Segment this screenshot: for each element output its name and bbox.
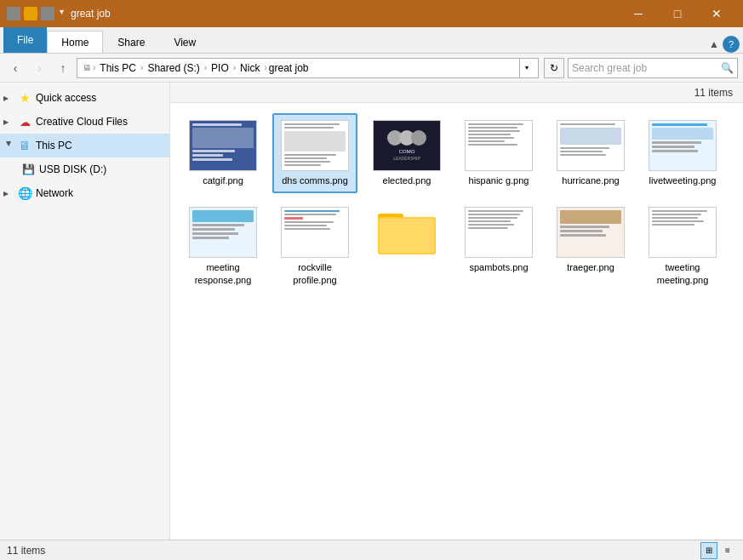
file-thumbnail-hispanicg: [465, 120, 533, 171]
sidebar-item-usb-disk[interactable]: 💾 USB DISK (D:): [0, 157, 169, 181]
file-item-hispanicg[interactable]: hispanic g.png: [456, 113, 541, 193]
file-item-traeger[interactable]: traeger.png: [548, 200, 633, 293]
file-item-elected[interactable]: COMO LEADERSHIP elected.png: [364, 113, 449, 193]
maximize-button[interactable]: □: [658, 0, 697, 27]
file-thumbnail-traeger: [557, 207, 625, 258]
forward-button[interactable]: ›: [29, 58, 49, 78]
breadcrumb-nick[interactable]: Nick: [237, 61, 262, 75]
file-name-meetingresponse: meeting response.png: [187, 261, 259, 286]
window-title: great job: [71, 8, 619, 20]
folder-item[interactable]: [364, 200, 449, 293]
sidebar-item-network[interactable]: ▶ 🌐 Network: [0, 181, 169, 205]
search-input[interactable]: [572, 62, 721, 74]
expand-arrow-network: ▶: [3, 190, 14, 197]
cloud-icon: ☁: [17, 114, 32, 129]
file-thumbnail-spambots: [465, 207, 533, 258]
file-thumbnail-livetweeting: [649, 120, 717, 171]
breadcrumb-pio[interactable]: PIO: [209, 61, 231, 75]
help-button[interactable]: ?: [723, 36, 740, 53]
folder-svg-icon: [376, 205, 437, 256]
sidebar-label-creative-cloud: Creative Cloud Files: [36, 116, 128, 128]
file-item-tweetingmeeting[interactable]: tweeting meeting.png: [640, 200, 725, 293]
star-icon: ★: [17, 90, 32, 106]
sep5: ›: [264, 63, 266, 72]
minimize-button[interactable]: ─: [619, 0, 658, 27]
file-name-traeger: traeger.png: [567, 261, 614, 273]
item-count-header: 11 items: [694, 87, 733, 99]
file-name-spambots: spambots.png: [469, 261, 528, 273]
file-thumbnail-catgif: [189, 120, 257, 171]
sidebar-label-quick-access: Quick access: [36, 92, 96, 104]
file-item-livetweeting[interactable]: livetweeting.png: [640, 113, 725, 193]
expand-arrow-this-pc: ▶: [5, 140, 13, 151]
search-box: 🔍: [568, 58, 738, 78]
sidebar: ▶ ★ Quick access ▶ ☁ Creative Cloud File…: [0, 83, 170, 540]
file-thumbnail-dhscomms: [281, 120, 349, 171]
view-buttons: ⊞ ≡: [700, 542, 736, 559]
sidebar-label-usb: USB DISK (D:): [39, 163, 106, 175]
sidebar-item-creative-cloud[interactable]: ▶ ☁ Creative Cloud Files: [0, 110, 169, 134]
file-item-rockvilleprofile[interactable]: rockville profile.png: [272, 200, 357, 293]
close-button[interactable]: ✕: [697, 0, 736, 27]
title-bar: ▾ great job ─ □ ✕: [0, 0, 743, 27]
files-grid: catgif.png dhs comms.png: [170, 103, 743, 303]
file-item-meetingresponse[interactable]: meeting response.png: [180, 200, 266, 293]
ribbon-collapse-button[interactable]: ▲: [706, 36, 723, 53]
sidebar-label-network: Network: [36, 187, 73, 199]
file-name-hurricane: hurricane.png: [562, 174, 619, 186]
file-item-dhscomms[interactable]: dhs comms.png: [272, 113, 357, 193]
file-item-hurricane[interactable]: hurricane.png: [548, 113, 633, 193]
file-thumbnail-elected: COMO LEADERSHIP: [373, 120, 441, 171]
breadcrumb-thispc[interactable]: This PC: [97, 61, 139, 75]
address-path: 🖥 › This PC › Shared (S:) › PIO › Nick ›…: [77, 58, 539, 78]
folder-icon: [24, 7, 37, 20]
sidebar-item-this-pc[interactable]: ▶ 🖥 This PC: [0, 134, 169, 157]
tab-share[interactable]: Share: [103, 31, 159, 53]
dropdown-arrow-title: ▾: [60, 7, 64, 20]
address-bar: ‹ › ↑ 🖥 › This PC › Shared (S:) › PIO › …: [0, 54, 743, 83]
view-large-icons-button[interactable]: ⊞: [700, 542, 717, 559]
file-thumbnail-hurricane: [557, 120, 625, 171]
status-item-count: 11 items: [7, 545, 45, 557]
svg-rect-3: [380, 219, 434, 253]
title-bar-app-icons: ▾: [7, 7, 64, 20]
refresh-button[interactable]: ↻: [544, 58, 564, 78]
content-info-bar: 11 items: [170, 83, 743, 103]
file-name-elected: elected.png: [383, 174, 432, 186]
sidebar-item-quick-access[interactable]: ▶ ★ Quick access: [0, 86, 169, 110]
main-layout: ▶ ★ Quick access ▶ ☁ Creative Cloud File…: [0, 83, 743, 540]
status-bar: 11 items ⊞ ≡: [0, 540, 743, 560]
file-name-catgif: catgif.png: [203, 174, 243, 186]
sep3: ›: [204, 63, 207, 72]
address-dropdown-button[interactable]: ▾: [519, 58, 533, 78]
file-name-rockvilleprofile: rockville profile.png: [279, 261, 351, 286]
tab-home[interactable]: Home: [47, 31, 103, 53]
usb-icon: 💾: [20, 162, 36, 177]
content-area: 11 items catgif.png: [170, 83, 743, 540]
file-thumbnail-meetingresponse: [189, 207, 257, 258]
sep2: ›: [140, 63, 143, 72]
breadcrumb-current: great job: [269, 62, 309, 74]
breadcrumb-icon: 🖥: [83, 63, 91, 72]
file-name-hispanicg: hispanic g.png: [469, 174, 529, 186]
sidebar-label-this-pc: This PC: [36, 140, 72, 151]
tab-file[interactable]: File: [3, 27, 47, 53]
file-thumbnail-tweetingmeeting: [649, 207, 717, 258]
back-button[interactable]: ‹: [5, 58, 26, 78]
file-name-livetweeting: livetweeting.png: [649, 174, 717, 186]
up-button[interactable]: ↑: [53, 58, 73, 78]
file-item-spambots[interactable]: spambots.png: [456, 200, 541, 293]
ribbon: File Home Share View ▲ ?: [0, 27, 743, 54]
app-icon-3: [41, 7, 54, 20]
view-details-button[interactable]: ≡: [719, 542, 736, 559]
sep4: ›: [233, 63, 236, 72]
tab-view[interactable]: View: [159, 31, 210, 53]
ribbon-tabs: File Home Share View ▲ ?: [0, 27, 743, 53]
network-icon: 🌐: [17, 186, 32, 201]
file-name-tweetingmeeting: tweeting meeting.png: [647, 261, 718, 286]
app-icon-1: [7, 7, 20, 20]
file-thumbnail-rockvilleprofile: [281, 207, 349, 258]
file-name-dhscomms: dhs comms.png: [282, 174, 348, 186]
file-item-catgif[interactable]: catgif.png: [180, 113, 266, 193]
breadcrumb-shared[interactable]: Shared (S:): [145, 61, 202, 75]
